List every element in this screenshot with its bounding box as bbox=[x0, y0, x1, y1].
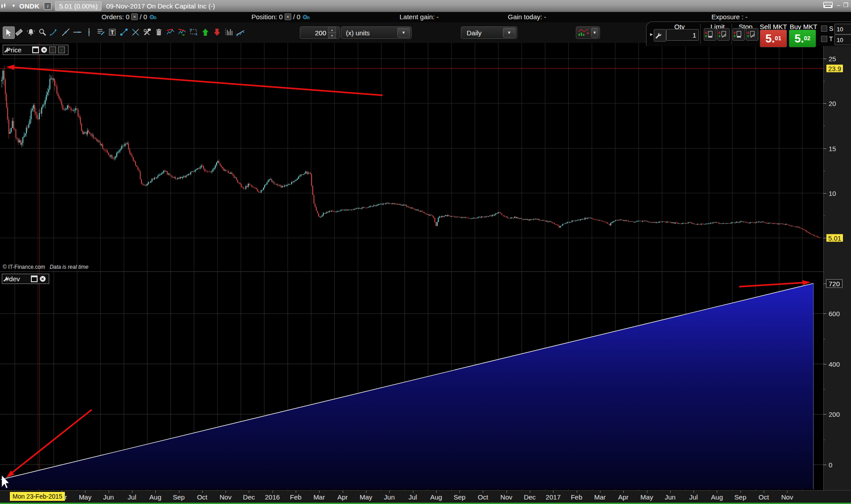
x-axis-tick bbox=[202, 491, 203, 493]
draw-tool-icon[interactable] bbox=[14, 26, 26, 38]
position-close-icon[interactable]: ✕ bbox=[285, 13, 291, 20]
sell-limit-button[interactable] bbox=[704, 28, 716, 41]
units-mode-caret-icon[interactable]: ▼ bbox=[397, 28, 410, 38]
axis-tick bbox=[823, 238, 826, 238]
symbol-label: ONDK bbox=[19, 2, 39, 10]
exposure-status: Exposure : - bbox=[711, 13, 748, 21]
text-tool-icon[interactable]: T bbox=[107, 26, 119, 38]
axis-tick bbox=[823, 103, 826, 104]
price-chart[interactable] bbox=[0, 43, 823, 271]
trendline-tool-icon[interactable] bbox=[61, 26, 72, 38]
orders-cancel-icon[interactable]: ✕ bbox=[131, 13, 138, 20]
x-axis-label: Jul bbox=[408, 493, 417, 501]
price-panel-header[interactable]: Price ✕ ↓ ↑ bbox=[3, 45, 68, 55]
date-axis[interactable]: Mon 23-Feb-2015 AprMayJunJulAugSepOctNov… bbox=[0, 490, 851, 503]
price-axis-label: 20 bbox=[829, 100, 836, 107]
units-count-input[interactable] bbox=[300, 29, 327, 37]
stop-checkbox[interactable] bbox=[821, 25, 827, 32]
order-settings-wrench-icon[interactable] bbox=[654, 29, 666, 42]
position-value2: 0 bbox=[297, 13, 300, 21]
window-icon[interactable] bbox=[32, 47, 39, 53]
buy-limit-button[interactable] bbox=[717, 28, 730, 41]
x-axis-tick bbox=[319, 491, 319, 493]
axis-tick bbox=[823, 216, 825, 216]
keyboard-icon[interactable] bbox=[823, 2, 830, 10]
sell-arrow-tool-icon[interactable] bbox=[212, 26, 223, 38]
close-button[interactable]: ✕ bbox=[849, 1, 851, 9]
erase-line-tool-icon[interactable] bbox=[131, 26, 142, 38]
dev-panel-header[interactable]: #dev ✕ bbox=[2, 274, 49, 284]
notes-tool-icon[interactable] bbox=[96, 26, 107, 38]
pattern-signal-tool-icon[interactable] bbox=[177, 26, 188, 38]
close-panel-icon[interactable]: ✕ bbox=[40, 276, 46, 282]
alert-bell-icon[interactable] bbox=[26, 26, 37, 38]
window-icon[interactable] bbox=[31, 275, 38, 282]
axis-tick bbox=[823, 440, 825, 440]
orders-gears-icon[interactable]: ⚙⚙ bbox=[149, 13, 156, 21]
segment-tool-icon[interactable] bbox=[49, 26, 60, 38]
minimize-button[interactable]: – bbox=[835, 1, 842, 9]
x-axis-label: Apr bbox=[337, 493, 348, 501]
chart-style-caret-icon[interactable]: ▼ bbox=[591, 28, 598, 38]
settings-tools-icon[interactable] bbox=[142, 26, 153, 38]
buy-stop-button[interactable] bbox=[746, 28, 758, 41]
orders-value: 0 bbox=[126, 13, 129, 21]
trash-icon[interactable] bbox=[154, 26, 165, 38]
quote-badge: 5.01 (0.00%) bbox=[55, 1, 102, 11]
units-spin-down[interactable]: ▼ bbox=[328, 33, 336, 38]
axis-tick bbox=[823, 465, 826, 465]
svg-text:T: T bbox=[111, 30, 114, 36]
sell-marker-icon[interactable]: ↓ bbox=[49, 47, 56, 53]
exposure-value: - bbox=[745, 13, 748, 21]
sell-stop-button[interactable] bbox=[732, 28, 745, 41]
qty-input[interactable] bbox=[666, 29, 699, 41]
x-axis-label: Aug bbox=[430, 493, 442, 501]
x-axis-tick bbox=[249, 491, 249, 493]
chart-style-button[interactable]: ▼ bbox=[576, 26, 600, 39]
sell-market-button[interactable]: 5.01 bbox=[760, 30, 787, 47]
channel-tool-icon[interactable] bbox=[235, 26, 247, 38]
dev-indicator-chart[interactable] bbox=[0, 272, 823, 490]
x-axis-label: Oct bbox=[478, 493, 488, 501]
collapse-caret-icon[interactable]: ► bbox=[649, 32, 654, 37]
timeframe-caret-icon[interactable]: ▼ bbox=[503, 28, 515, 38]
last-price-badge: 5.01 bbox=[826, 234, 843, 241]
status-row: Orders: 0 ✕ / 0 ⚙⚙ Position: 0 ✕ / 0 ⚙⚙ … bbox=[0, 12, 851, 22]
restore-button[interactable]: ❐ bbox=[842, 1, 849, 9]
position-gears-icon[interactable]: ⚙⚙ bbox=[302, 13, 309, 21]
units-spin-up[interactable]: ▲ bbox=[328, 27, 336, 33]
trailing-checkbox[interactable] bbox=[821, 36, 827, 42]
vertical-line-tool-icon[interactable] bbox=[84, 26, 95, 38]
pointer-tool-icon[interactable] bbox=[3, 26, 15, 39]
buy-arrow-tool-icon[interactable] bbox=[200, 26, 212, 38]
t-value-input[interactable] bbox=[834, 34, 851, 45]
handles-tool-icon[interactable] bbox=[119, 26, 130, 38]
horizontal-line-tool-icon[interactable] bbox=[72, 26, 84, 38]
buy-market-button[interactable]: 5.02 bbox=[789, 30, 816, 47]
timeframe-select[interactable]: Daily ▼ bbox=[461, 26, 517, 39]
x-axis-tick bbox=[647, 491, 647, 493]
orders-value2: 0 bbox=[144, 13, 147, 21]
dev-axis-label: 200 bbox=[829, 411, 840, 418]
bars-tool-icon[interactable] bbox=[224, 26, 235, 38]
units-mode-select[interactable]: (x) units ▼ bbox=[341, 26, 412, 39]
close-panel-icon[interactable]: ✕ bbox=[41, 47, 47, 53]
price-axis-column[interactable] bbox=[823, 43, 851, 490]
x-axis-label: Nov bbox=[220, 493, 232, 501]
buy-marker-icon[interactable]: ↑ bbox=[58, 47, 65, 53]
chevron-down-icon[interactable]: ▼ bbox=[12, 4, 16, 8]
wrench-icon[interactable] bbox=[22, 276, 29, 282]
units-count-box: ▲ ▼ bbox=[300, 26, 340, 39]
zoom-tool-icon[interactable] bbox=[38, 26, 49, 38]
pattern-down-tool-icon[interactable] bbox=[166, 26, 177, 38]
panel-divider[interactable] bbox=[0, 271, 823, 272]
units-mode-value: (x) units bbox=[346, 29, 370, 37]
axis-tick bbox=[823, 364, 826, 364]
wrench-icon[interactable] bbox=[24, 47, 30, 53]
info-icon[interactable]: i bbox=[44, 2, 51, 10]
x-axis-label: Dec bbox=[524, 493, 536, 501]
s-value-input[interactable] bbox=[834, 24, 851, 34]
x-axis-label: Nov bbox=[500, 493, 512, 501]
zone-select-tool-icon[interactable] bbox=[189, 26, 200, 38]
x-axis-label: 2017 bbox=[546, 493, 561, 501]
